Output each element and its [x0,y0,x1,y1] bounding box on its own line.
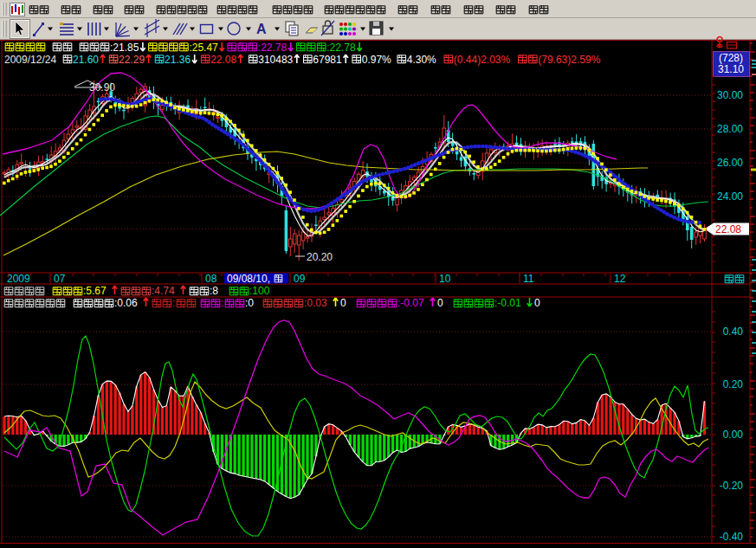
svg-text:22.08: 22.08 [210,54,236,66]
svg-text::21.85: :21.85 [110,42,139,54]
svg-text:09: 09 [294,273,306,285]
svg-text::8: :8 [210,285,218,297]
svg-text::0.06: :0.06 [114,297,138,309]
svg-text:10: 10 [439,273,451,285]
svg-text:07: 07 [54,273,66,285]
svg-text::: : [172,297,175,309]
svg-text:24.00: 24.00 [717,190,743,203]
svg-text::100: :100 [249,285,270,297]
svg-text:0.97%: 0.97% [362,54,391,66]
svg-text:0.20: 0.20 [723,378,744,390]
svg-text:0: 0 [437,297,443,309]
svg-text:28.00: 28.00 [717,123,743,135]
svg-text::0: :0 [245,297,254,309]
svg-text:(79.63)2.59%: (79.63)2.59% [538,54,600,66]
svg-text::4.74: :4.74 [152,285,175,297]
svg-text:0.40: 0.40 [723,326,744,338]
svg-text:2009: 2009 [7,273,30,285]
svg-text:20.20: 20.20 [307,251,333,263]
svg-text:26.00: 26.00 [717,157,743,169]
svg-text:A: A [256,22,267,36]
svg-text:310483: 310483 [258,54,293,66]
svg-text::22.78: :22.78 [326,42,356,54]
svg-text:0: 0 [534,297,540,309]
svg-text:31.10: 31.10 [718,63,744,75]
svg-text:(728): (728) [719,52,743,64]
svg-text::22.78: :22.78 [258,42,288,54]
svg-text::-0.01: :-0.01 [494,297,521,309]
svg-text:22.29: 22.29 [119,54,145,66]
svg-text::: : [221,297,223,309]
svg-text::0.03: :0.03 [304,297,327,309]
svg-text:30.90: 30.90 [89,81,115,93]
svg-text:12: 12 [614,273,626,285]
svg-text:21.36: 21.36 [165,54,191,66]
svg-text:-0.20: -0.20 [720,480,744,492]
svg-text:09/08/10,: 09/08/10, [227,273,270,285]
svg-text::25.47: :25.47 [189,42,218,54]
svg-text::5.67: :5.67 [83,285,107,297]
svg-text:(0.44)2.03%: (0.44)2.03% [454,54,511,66]
svg-text:-0.40: -0.40 [720,531,744,543]
svg-text:0: 0 [340,297,346,309]
svg-text:2009/12/24: 2009/12/24 [4,54,56,66]
svg-text:4.30%: 4.30% [407,54,436,66]
svg-text::-0.07: :-0.07 [397,297,424,309]
svg-text:21.60: 21.60 [73,54,99,66]
svg-text:0.00: 0.00 [723,429,744,441]
svg-text:67981: 67981 [313,54,342,66]
svg-text:11: 11 [523,273,534,285]
svg-text:30.00: 30.00 [717,89,743,101]
svg-text:22.08: 22.08 [715,223,741,235]
svg-text:08: 08 [205,273,217,285]
